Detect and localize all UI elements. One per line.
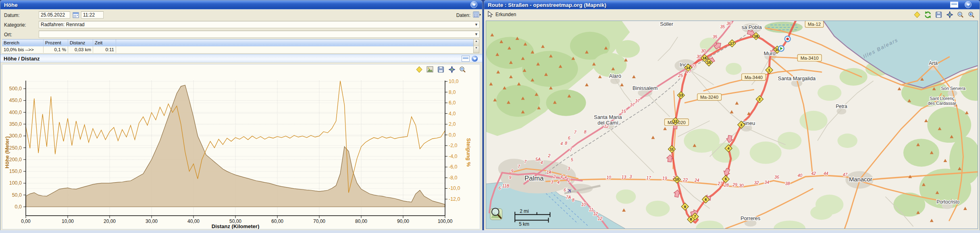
table-header-zeit[interactable]: Zeit	[93, 40, 116, 46]
town-label: Petra	[836, 104, 847, 109]
kategorie-combobox[interactable]: Radfahren: Rennrad ▼	[39, 21, 480, 28]
svg-text:-10,0: -10,0	[449, 185, 460, 191]
road-shield-label: Ma-3410	[801, 56, 819, 60]
town-label: Sóller	[660, 21, 674, 27]
town-label: Santa Maria	[594, 114, 622, 120]
town-label: sa Pobla	[741, 24, 762, 30]
road-number-label: 9	[509, 175, 512, 180]
daten-calculator-button[interactable]	[473, 11, 481, 19]
chevron-down-icon[interactable]: ▼	[474, 32, 479, 37]
road-number-label: 38	[785, 181, 790, 186]
zoom-out-icon[interactable]	[459, 66, 467, 73]
explore-mode-button[interactable]: Erkunden	[487, 11, 516, 18]
road-number-label: 35	[720, 25, 725, 29]
elevation-chart[interactable]: 0,050,0100,0150,0200,0250,0300,0350,0400…	[2, 64, 480, 229]
svg-text:500,0: 500,0	[9, 86, 22, 92]
split-view-button[interactable]	[462, 56, 470, 62]
daten-label: Daten:	[451, 12, 470, 18]
table-cell: 0,03 km	[68, 46, 93, 53]
road-number-label: 3	[551, 180, 553, 184]
route-start-marker[interactable]	[778, 46, 784, 51]
road-number-label: 19	[662, 176, 667, 181]
town-label: Portocristo	[936, 199, 959, 205]
town-label: Sant Llorenç	[930, 96, 955, 101]
road-number-label: 4	[564, 175, 567, 179]
table-header-bereich[interactable]: Bereich	[2, 40, 44, 46]
road-number-label: 3	[568, 166, 570, 171]
road-number-label: 10	[606, 175, 611, 180]
time-input[interactable]	[81, 11, 104, 19]
town-label: Manacor	[849, 176, 872, 183]
chart-section-header[interactable]: Höhe / Distanz	[0, 54, 482, 62]
road-number-label: 30	[701, 49, 706, 53]
road-number-label: 4	[560, 141, 563, 146]
calendar-button[interactable]	[72, 11, 80, 19]
road-number-label: 2	[568, 178, 570, 183]
waypoint-toggle-icon[interactable]	[913, 11, 921, 19]
road-number-label: 24	[694, 178, 699, 183]
svg-text:-8,0: -8,0	[449, 175, 458, 181]
scroll-down-icon[interactable]: ▼	[474, 46, 479, 53]
road-number-label: 6	[499, 186, 501, 190]
elevation-panel: Höhe Datum: Daten: Kategorie: Radfahren:…	[0, 0, 483, 231]
zoom-out-icon[interactable]	[957, 11, 965, 19]
road-number-label: 40	[798, 173, 803, 178]
waypoint-number: 5	[725, 177, 727, 181]
scale-miles-label: 2 mi	[520, 208, 528, 214]
table-scrollbar[interactable]: ▲▼	[473, 39, 479, 53]
svg-text:20,00: 20,00	[104, 218, 116, 224]
chart-section-title: Höhe / Distanz	[4, 56, 40, 62]
datum-label: Datum:	[4, 12, 20, 18]
road-number-label: 42	[811, 171, 816, 176]
road-number-label: 27	[718, 181, 723, 186]
waypoint-number: 18	[754, 34, 758, 38]
waypoint-number: 16	[703, 56, 707, 60]
bottom-strip	[0, 230, 980, 233]
town-label: Palma	[524, 175, 544, 182]
svg-text:100,0: 100,0	[9, 180, 22, 186]
section-collapse-button[interactable]	[471, 55, 478, 62]
calendar-icon	[72, 11, 79, 19]
zoom-in-icon[interactable]	[968, 11, 976, 19]
road-shield-label: Ma-12	[808, 22, 821, 27]
map-panel-titlebar[interactable]: Route : Straßen - openstreetmap.org (Map…	[484, 0, 980, 9]
map-viewport[interactable]: ✈ 10133171921222427282930323436384042444…	[486, 21, 978, 229]
save-icon[interactable]	[437, 66, 445, 73]
table-header-distanz[interactable]: Distanz	[68, 40, 93, 46]
split-view-button[interactable]	[950, 2, 958, 8]
road-number-label: 17	[635, 99, 641, 103]
waypoint-number: 4	[728, 146, 730, 150]
refresh-icon[interactable]	[924, 11, 932, 19]
road-number-label: 6	[568, 136, 570, 140]
waypoint-number: 14	[686, 66, 690, 70]
svg-text:10,0: 10,0	[449, 79, 458, 84]
datum-input[interactable]	[39, 11, 70, 19]
elevation-panel-titlebar[interactable]: Höhe	[0, 0, 482, 9]
svg-text:150,0: 150,0	[9, 169, 22, 174]
road-number-label: 17	[646, 176, 651, 180]
navigate-icon[interactable]	[946, 11, 954, 19]
town-label: Artà	[929, 60, 938, 66]
osm-logo[interactable]	[490, 208, 502, 220]
chart-image-icon[interactable]	[426, 66, 434, 73]
panel-collapse-button[interactable]	[470, 1, 477, 8]
chevron-down-icon[interactable]: ▼	[474, 23, 479, 27]
svg-text:200,0: 200,0	[9, 157, 22, 162]
road-number-label: 35	[713, 35, 718, 39]
range-table-row[interactable]: 10,0% bis -->>0,1 %0,03 km0:11	[2, 46, 473, 54]
route-end-marker[interactable]	[785, 36, 791, 42]
road-number-label: 3	[630, 175, 632, 179]
save-icon[interactable]	[935, 11, 943, 19]
navigate-icon[interactable]	[448, 66, 456, 73]
table-header-prozent[interactable]: Prozent	[44, 40, 68, 46]
road-number-label: 1A	[546, 170, 551, 175]
town-label: Santa Margalida	[778, 75, 816, 81]
scroll-up-icon[interactable]: ▲	[474, 40, 479, 46]
panel-collapse-button[interactable]	[965, 1, 972, 8]
ort-combobox[interactable]: ▼	[39, 31, 480, 38]
road-number-label: 28	[724, 183, 729, 187]
waypoint-toggle-icon[interactable]	[415, 66, 423, 73]
openstreetmap-canvas[interactable]: ✈ 10133171921222427282930323436384042444…	[486, 21, 978, 229]
road-number-label: 10	[581, 202, 586, 207]
svg-text:0,0: 0,0	[449, 132, 456, 138]
